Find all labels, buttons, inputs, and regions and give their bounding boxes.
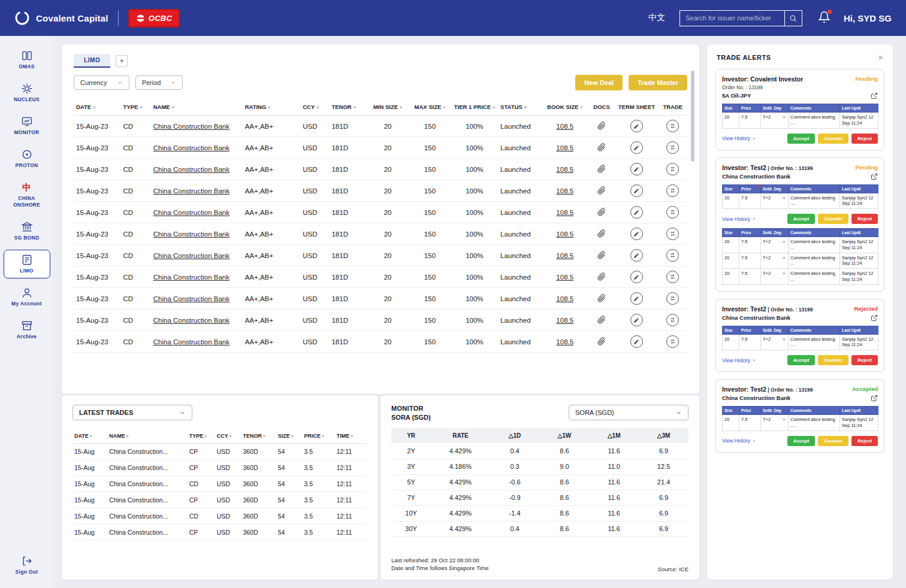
book-size-link[interactable]: 108.5	[556, 338, 573, 345]
trade-swap-icon[interactable]	[666, 120, 679, 132]
deal-name-link[interactable]: China Construction Bank	[153, 295, 229, 302]
sidebar-item-my-account[interactable]: My Account	[4, 283, 50, 311]
column-header-date[interactable]: DATE▾	[73, 429, 107, 444]
counter-button[interactable]: Counter	[818, 355, 848, 365]
sort-icon[interactable]: ▾	[172, 105, 174, 110]
column-header-type[interactable]: TYPE▾	[188, 429, 215, 444]
search-input[interactable]	[680, 10, 785, 26]
sort-icon[interactable]: ▾	[354, 105, 356, 110]
book-size-link[interactable]: 108.5	[556, 295, 573, 302]
add-tab-button[interactable]: +	[116, 55, 128, 67]
deal-name-link[interactable]: China Construction Bank	[153, 187, 229, 195]
column-header-name[interactable]: NAME▾	[107, 429, 187, 444]
deal-name-link[interactable]: China Construction Bank	[153, 144, 229, 151]
column-header-type[interactable]: TYPE▾	[120, 99, 150, 116]
column-header-size[interactable]: SIZE▾	[276, 429, 303, 444]
column-header-tier-1-price[interactable]: TIER 1 PRICE▾	[451, 99, 498, 116]
view-history-link[interactable]: View History	[722, 357, 756, 363]
term-sheet-edit-icon[interactable]	[630, 206, 643, 219]
deal-name-link[interactable]: China Construction Bank	[153, 274, 229, 281]
rate-source-dropdown[interactable]: SORA (SGD)	[569, 405, 688, 420]
column-header-book-size[interactable]: BOOK SIZE▾	[542, 99, 588, 116]
sidebar-item-archive[interactable]: Archive	[4, 316, 50, 344]
book-size-link[interactable]: 108.5	[556, 317, 573, 324]
settlement-day-select[interactable]: T+2	[763, 114, 786, 120]
term-sheet-edit-icon[interactable]	[630, 292, 643, 305]
docs-paperclip-icon[interactable]	[597, 122, 606, 130]
accept-button[interactable]: Accept	[787, 355, 816, 365]
trade-swap-icon[interactable]	[666, 271, 679, 283]
reject-button[interactable]: Reject	[851, 355, 878, 365]
docs-paperclip-icon[interactable]	[597, 143, 606, 151]
trade-swap-icon[interactable]	[666, 163, 679, 175]
trade-swap-icon[interactable]	[666, 249, 679, 262]
deal-name-link[interactable]: China Construction Bank	[153, 123, 229, 130]
docs-paperclip-icon[interactable]	[597, 272, 606, 281]
sort-icon[interactable]: ▾	[263, 434, 265, 439]
settlement-day-select[interactable]: T+2	[763, 239, 786, 245]
book-size-link[interactable]: 108.5	[556, 274, 573, 281]
sort-icon[interactable]: ▾	[229, 434, 232, 439]
deal-name-link[interactable]: China Construction Bank	[153, 231, 229, 238]
trade-master-button[interactable]: Trade Master	[629, 75, 687, 90]
accept-button[interactable]: Accept	[787, 214, 816, 224]
accept-button[interactable]: Accept	[787, 436, 816, 446]
sort-icon[interactable]: ▾	[316, 105, 319, 110]
docs-paperclip-icon[interactable]	[597, 229, 606, 238]
trade-swap-icon[interactable]	[666, 184, 679, 197]
book-size-link[interactable]: 108.5	[556, 144, 573, 151]
external-link-icon[interactable]	[871, 173, 878, 180]
sort-icon[interactable]: ▾	[90, 434, 92, 439]
book-size-link[interactable]: 108.5	[556, 123, 573, 130]
deal-name-link[interactable]: China Construction Bank	[153, 252, 229, 259]
column-header-tenor[interactable]: TENOR▾	[241, 429, 276, 444]
deal-name-link[interactable]: China Construction Bank	[153, 338, 229, 345]
sort-icon[interactable]: ▾	[351, 434, 353, 439]
sort-icon[interactable]: ▾	[93, 105, 95, 110]
book-size-link[interactable]: 108.5	[556, 209, 573, 216]
view-history-link[interactable]: View History	[722, 135, 756, 141]
column-header-tenor[interactable]: TENOR▾	[329, 99, 366, 116]
column-header-min-size[interactable]: MIN SIZE▾	[367, 99, 409, 116]
notifications-bell[interactable]	[818, 11, 830, 26]
docs-paperclip-icon[interactable]	[597, 337, 606, 345]
external-link-icon[interactable]	[871, 314, 878, 322]
view-history-link[interactable]: View History	[722, 216, 756, 222]
settlement-day-select[interactable]: T+2	[763, 337, 786, 343]
sidebar-item-proton[interactable]: PROTON	[4, 144, 50, 173]
sort-icon[interactable]: ▾	[400, 105, 402, 110]
trade-swap-icon[interactable]	[666, 141, 679, 154]
column-header-ccy[interactable]: CCY▾	[300, 99, 329, 116]
term-sheet-edit-icon[interactable]	[630, 314, 643, 326]
sort-icon[interactable]: ▾	[443, 105, 445, 110]
column-header-time[interactable]: TIME▾	[335, 429, 367, 444]
column-header-rating[interactable]: RATING▾	[243, 99, 301, 116]
trade-swap-icon[interactable]	[666, 228, 679, 240]
deal-name-link[interactable]: China Construction Bank	[153, 317, 229, 324]
sidebar-item-omas[interactable]: OMAS	[4, 46, 50, 74]
deal-name-link[interactable]: China Construction Bank	[153, 166, 229, 173]
deal-name-link[interactable]: China Construction Bank	[153, 209, 229, 216]
term-sheet-edit-icon[interactable]	[630, 228, 643, 240]
trade-swap-icon[interactable]	[666, 292, 679, 305]
counter-button[interactable]: Counter	[818, 436, 848, 446]
tab-limo[interactable]: LIMO	[74, 54, 110, 68]
period-filter-dropdown[interactable]: Period	[135, 75, 183, 90]
term-sheet-edit-icon[interactable]	[630, 120, 643, 132]
settlement-day-select[interactable]: T+2	[763, 195, 786, 201]
language-toggle-link[interactable]: 中文	[648, 13, 665, 23]
term-sheet-edit-icon[interactable]	[630, 249, 643, 262]
trade-swap-icon[interactable]	[666, 314, 679, 326]
external-link-icon[interactable]	[871, 92, 878, 99]
book-size-link[interactable]: 108.5	[556, 252, 573, 259]
sort-icon[interactable]: ▾	[524, 105, 527, 110]
settlement-day-select[interactable]: T+2	[763, 417, 786, 423]
book-size-link[interactable]: 108.5	[556, 166, 573, 173]
accept-button[interactable]: Accept	[787, 134, 816, 144]
column-header-price[interactable]: PRICE▾	[303, 429, 335, 444]
column-header-date[interactable]: DATE▾	[74, 99, 120, 116]
counter-button[interactable]: Counter	[818, 134, 848, 144]
term-sheet-edit-icon[interactable]	[630, 141, 643, 154]
sidebar-item-china-onshore[interactable]: 中 CHINA ONSHORE	[4, 177, 50, 213]
term-sheet-edit-icon[interactable]	[630, 184, 643, 197]
